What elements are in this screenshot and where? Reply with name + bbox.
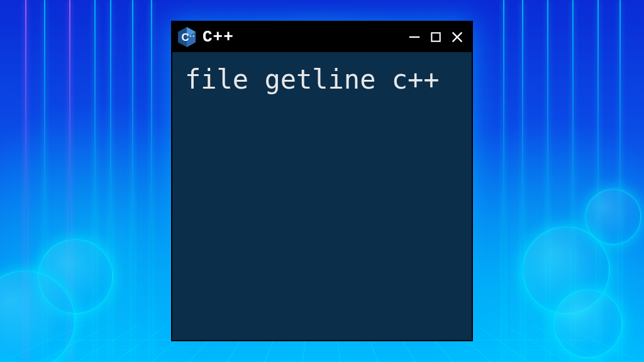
terminal-content: file getline c++: [172, 52, 472, 340]
svg-text:+: +: [192, 34, 195, 38]
window-title: C++: [203, 28, 400, 47]
cpp-logo-icon: C + +: [177, 26, 196, 48]
maximize-button[interactable]: [428, 29, 444, 45]
titlebar[interactable]: C + + C++: [172, 22, 472, 52]
svg-text:C: C: [182, 31, 189, 43]
svg-rect-7: [431, 33, 440, 41]
svg-text:+: +: [189, 34, 192, 38]
terminal-window: C + + C++ file getline c++: [171, 21, 473, 341]
window-controls: [406, 29, 465, 45]
close-button[interactable]: [449, 29, 465, 45]
minimize-button[interactable]: [406, 29, 423, 45]
